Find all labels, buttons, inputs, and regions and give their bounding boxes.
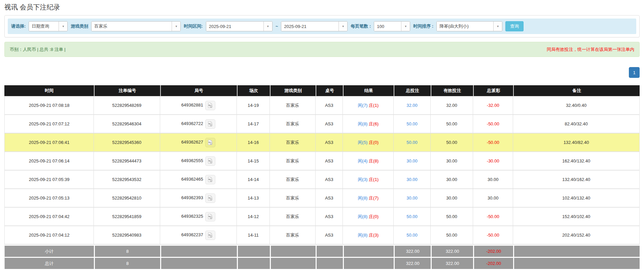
summary-empty-remark-cell — [513, 245, 640, 257]
date-from-picker[interactable]: ▼ — [206, 21, 273, 31]
summary-count-cell: 8 — [94, 257, 160, 269]
chevron-down-icon[interactable]: ▼ — [493, 22, 502, 31]
chevron-down-icon[interactable]: ▼ — [172, 22, 180, 31]
total-bet: 50.00 — [406, 121, 418, 126]
chevron-down-icon[interactable]: ▼ — [263, 22, 272, 31]
video-replay-button[interactable] — [205, 138, 215, 147]
table-code-cell: AS3 — [316, 189, 343, 208]
notice-text: 同局有效投注，统一计算在该局第一张注单内 — [547, 47, 634, 53]
summary-total-bet-cell: 322.00 — [394, 245, 431, 257]
result-cell: 闲(7) 庄(1) — [343, 96, 394, 115]
summary-payout: -202.00 — [486, 249, 501, 254]
summary-valid-bet: 322.00 — [446, 249, 459, 254]
valid-bet: 32.00 — [446, 103, 457, 108]
page: 视讯 会员下注纪录 请选择: ▼ 游戏类别 ▼ 时间区间: ▼ ~ ▼ — [0, 0, 644, 272]
summary-empty-table-cell — [316, 245, 343, 257]
col-header-time: 时间 — [4, 85, 94, 96]
search-button[interactable]: 查询 — [505, 21, 524, 31]
session-cell: 14-19 — [237, 96, 270, 115]
remark: 132.40/162.40 — [562, 177, 590, 182]
video-replay-button[interactable] — [205, 193, 215, 203]
result-cell: 闲(4) 庄(8) — [343, 152, 394, 171]
game-category-cell: 百家乐 — [270, 189, 316, 208]
round-number: 649362555 — [181, 158, 203, 163]
payout-cell: -50.00 — [473, 115, 513, 133]
col-header-remark: 备注 — [513, 85, 640, 96]
game-category: 百家乐 — [286, 214, 299, 219]
round-cell: 649362881 — [160, 96, 237, 115]
session-cell: 14-11 — [237, 226, 270, 245]
query-type-select[interactable]: ▼ — [29, 21, 68, 31]
table-row: 2025-09-21 07:07:12522829546304649362722… — [4, 115, 640, 133]
bet-id-cell: 522829540983 — [94, 226, 160, 245]
bet-id: 522829541859 — [112, 214, 141, 219]
bet-id-cell: 522829543532 — [94, 171, 160, 189]
round-cell: 649362237 — [160, 226, 237, 245]
chevron-down-icon[interactable]: ▼ — [338, 22, 347, 31]
betting-records-table: 时间注单编号局号场次游戏类别桌号结果总投注有效投注总派彩备注 2025-09-2… — [4, 85, 640, 269]
table-row: 2025-09-21 07:04:12522829540983649362237… — [4, 226, 640, 245]
game-category: 百家乐 — [286, 233, 299, 238]
result-banker: 庄(1) — [369, 177, 379, 182]
date-to-picker[interactable]: ▼ — [281, 21, 348, 31]
col-header-result: 结果 — [343, 85, 394, 96]
video-replay-button[interactable] — [205, 175, 215, 184]
round-number: 649362627 — [181, 140, 203, 145]
video-replay-button[interactable] — [205, 119, 215, 129]
result-player: 闲(8) — [358, 233, 368, 238]
date-to-value[interactable] — [281, 22, 338, 31]
chevron-down-icon[interactable]: ▼ — [59, 22, 67, 31]
game-category-cell: 百家乐 — [270, 96, 316, 115]
date-from-value[interactable] — [206, 22, 263, 31]
query-type-value[interactable] — [29, 22, 59, 31]
page-size-label: 每页笔数 : — [351, 23, 371, 29]
game-category-value[interactable] — [92, 22, 172, 31]
summary-empty-round-cell — [160, 257, 237, 269]
summary-empty-result-cell — [343, 257, 394, 269]
bet-time: 2025-09-21 07:06:41 — [29, 140, 70, 145]
result-cell: 闲(3) 庄(1) — [343, 171, 394, 189]
summary-payout-cell: -202.00 — [473, 245, 513, 257]
table-header-row: 时间注单编号局号场次游戏类别桌号结果总投注有效投注总派彩备注 — [4, 85, 640, 96]
payout-cell: 30.00 — [473, 189, 513, 208]
game-category-select[interactable]: ▼ — [91, 21, 181, 31]
bet-time-cell: 2025-09-21 07:06:14 — [4, 152, 94, 171]
summary-empty-game-cell — [270, 257, 316, 269]
bet-id-cell: 522829545360 — [94, 133, 160, 152]
video-replay-button[interactable] — [205, 212, 215, 221]
table-code: AS3 — [325, 121, 333, 126]
session-cell: 14-14 — [237, 171, 270, 189]
remark: 202.40/152.40 — [562, 233, 590, 238]
valid-bet: 50.00 — [446, 140, 457, 145]
sort-order-value[interactable] — [437, 22, 493, 31]
payout: -50.00 — [487, 140, 499, 145]
chevron-down-icon[interactable]: ▼ — [401, 22, 410, 31]
game-category-cell: 百家乐 — [270, 226, 316, 245]
total-bet: 30.00 — [406, 177, 418, 182]
round-cell: 649362393 — [160, 189, 237, 208]
result-banker: 庄(0) — [369, 140, 379, 145]
col-header-table: 桌号 — [316, 85, 343, 96]
payout: -50.00 — [487, 214, 499, 219]
round-cell: 649362465 — [160, 171, 237, 189]
payout: 30.00 — [488, 177, 499, 182]
valid-bet-cell: 30.00 — [431, 189, 473, 208]
page-size-value[interactable] — [374, 22, 401, 31]
session-cell: 14-12 — [237, 208, 270, 226]
remark-cell: 32.40/0.40 — [513, 96, 640, 115]
result-banker: 庄(7) — [369, 195, 379, 201]
game-category-cell: 百家乐 — [270, 115, 316, 133]
remark-cell: 202.40/152.40 — [513, 226, 640, 245]
video-replay-button[interactable] — [205, 101, 215, 110]
page-1-button[interactable]: 1 — [629, 67, 640, 78]
currency-summary-text: 币别：人民币 | 总共 :8 注单 | — [10, 47, 66, 53]
table-code-cell: AS3 — [316, 208, 343, 226]
sort-order-select[interactable]: ▼ — [436, 21, 502, 31]
video-replay-button[interactable] — [205, 231, 215, 240]
page-size-select[interactable]: ▼ — [374, 21, 410, 31]
payout-cell: -50.00 — [473, 208, 513, 226]
round-number: 649362881 — [181, 102, 203, 108]
video-replay-button[interactable] — [205, 156, 215, 166]
result-cell: 闲(8) 庄(6) — [343, 115, 394, 133]
result-player: 闲(4) — [358, 158, 368, 163]
